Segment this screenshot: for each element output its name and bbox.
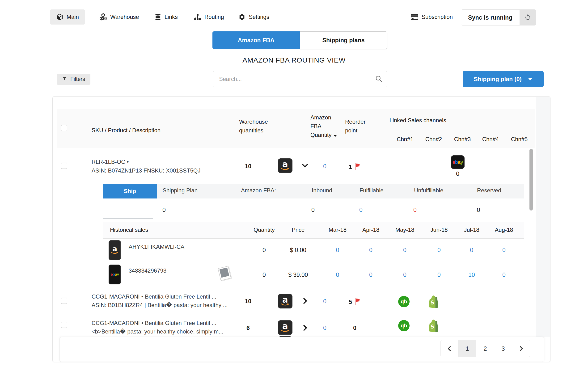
hist-month-value: 0 — [357, 247, 385, 253]
ship-button[interactable]: Ship — [103, 184, 157, 199]
detail-values-row: 0 0 0 0 0 — [57, 199, 535, 222]
row-description: ASIN: B01BH82ZR4 | Bentilia� pasta: your… — [92, 302, 227, 309]
hist-price: $ 0.00 — [284, 247, 312, 253]
col-header-chn2: Chn#2 — [420, 136, 448, 142]
shopify-icon: S — [428, 319, 439, 333]
detail-col-reserved: Reserved — [468, 187, 510, 194]
sitemap-icon — [194, 13, 201, 21]
row-checkbox[interactable] — [61, 298, 67, 304]
reorder-value: 5 — [341, 298, 369, 307]
sync-label: Sync is running — [461, 10, 520, 25]
product-photo-icon — [218, 266, 231, 281]
pagination-page-2[interactable]: 2 — [476, 340, 494, 357]
reorder-value: 1 — [341, 163, 369, 172]
col-header-linked-channels: Linked Sales channels — [389, 116, 446, 125]
card-icon — [411, 14, 418, 20]
row-checkbox[interactable] — [61, 322, 67, 328]
row-checkbox[interactable] — [61, 163, 67, 169]
hist-col-aug18: Aug-18 — [490, 226, 518, 233]
hist-month-value: 0 — [323, 271, 352, 278]
detail-col-fulfillable: Fulfillable — [350, 187, 393, 194]
historical-row-ebay: ebay 348834296793 0 $ 39.00 0 0 0 0 10 0 — [103, 262, 524, 287]
fba-qty: 0 — [311, 325, 339, 331]
detail-col-unfulfillable: Unfulfillable — [407, 187, 450, 194]
box-icon — [56, 13, 63, 21]
hist-col-apr18: Apr-18 — [357, 226, 385, 233]
select-all-checkbox[interactable] — [61, 125, 67, 131]
warehouse-qty: 10 — [234, 163, 262, 170]
warehouse-qty: 10 — [234, 298, 262, 305]
row-description: <b>Bentilia� pasta: your healthy choice,… — [92, 328, 223, 335]
hist-col-jun18: Jun-18 — [425, 226, 453, 233]
col-header-chn3: Chn#3 — [448, 136, 477, 142]
detail-col-amazon-fba: Amazon FBA: — [237, 187, 280, 194]
expand-row-button[interactable] — [300, 323, 310, 333]
row-description: ASIN: B074ZN1P13 FNSKU: X001SST5QJ — [92, 167, 201, 174]
inbound-value: 0 — [299, 207, 327, 213]
amazon-icon: a — [278, 158, 293, 173]
col-header-warehouse: Warehouse quantities — [239, 117, 268, 135]
ebay-icon: ebay — [451, 155, 464, 169]
hist-month-value: 10 — [457, 271, 486, 278]
nav-item-warehouse[interactable]: Warehouse — [99, 9, 139, 25]
ship-quantity-input[interactable] — [103, 211, 153, 219]
hist-col-may18: May-18 — [391, 226, 419, 233]
search-input[interactable] — [213, 76, 375, 82]
hist-col-price: Price — [284, 226, 312, 233]
nav-label-routing: Routing — [204, 14, 224, 20]
nav-item-subscription[interactable]: Subscription — [411, 9, 453, 25]
shipping-plan-label: Shipping plan (0) — [474, 76, 522, 83]
gear-icon — [238, 13, 245, 21]
page-title: AMAZON FBA ROUTING VIEW — [0, 56, 588, 64]
vertical-scrollbar[interactable] — [529, 149, 533, 210]
nav-item-main[interactable]: Main — [50, 9, 85, 25]
table-row: CCG1-MACARONI • Bentilia Gluten Free Len… — [57, 287, 535, 314]
database-icon — [155, 13, 161, 21]
search-box — [213, 71, 387, 87]
table-row: RLR-1LB-OC • ASIN: B074ZN1P13 FNSKU: X00… — [57, 148, 535, 184]
shipping-plan-button[interactable]: Shipping plan (0) — [463, 71, 544, 87]
shipping-plan-value: 0 — [150, 207, 178, 213]
amazon-icon: a — [278, 320, 293, 335]
tab-amazon-fba[interactable]: Amazon FBA — [212, 31, 300, 49]
app-root: Main Warehouse Links Routing Settings Su… — [0, 0, 588, 367]
historical-sales-header: Historical sales Quantity Price Mar-18 A… — [103, 222, 524, 239]
card-right-gutter — [536, 97, 550, 337]
amazon-icon: a — [109, 240, 121, 260]
detail-col-inbound: Inbound — [301, 187, 343, 194]
pagination-page-3[interactable]: 3 — [494, 340, 512, 357]
tab-amazon-fba-label: Amazon FBA — [238, 37, 275, 44]
nav-label-main: Main — [67, 14, 79, 20]
pagination-page-1[interactable]: 1 — [458, 340, 476, 357]
nav-label-warehouse: Warehouse — [110, 14, 139, 20]
row-sku: CCG1-MACARONI • Bentilia Gluten Free Len… — [92, 293, 217, 300]
col-header-chn4: Chn#4 — [476, 136, 505, 142]
amazon-icon: a — [278, 294, 293, 309]
tab-shipping-plans[interactable]: Shipping plans — [300, 31, 387, 49]
col-header-reorder: Reorder point — [345, 117, 366, 135]
unfulfillable-value: 0 — [401, 207, 429, 213]
quickbooks-icon: qb — [398, 320, 410, 331]
historical-sales-title: Historical sales — [110, 226, 148, 233]
collapse-row-button[interactable] — [300, 161, 310, 170]
svg-text:S: S — [430, 324, 434, 330]
nav-item-routing[interactable]: Routing — [194, 9, 224, 25]
warehouse-qty: 6 — [234, 325, 262, 331]
filters-button[interactable]: Filters — [57, 74, 90, 85]
fba-qty: 0 — [311, 298, 339, 305]
col-header-fba-qty[interactable]: Amazon FBA Quantity — [311, 113, 337, 139]
chevron-down-icon — [528, 78, 533, 81]
hist-col-mar18: Mar-18 — [323, 226, 352, 233]
pagination-prev-button[interactable] — [440, 340, 458, 357]
nav-item-settings[interactable]: Settings — [238, 9, 269, 25]
hist-month-value: 0 — [357, 271, 385, 278]
table-header: SKU / Product / Description Warehouse qu… — [57, 109, 535, 148]
search-icon[interactable] — [375, 75, 382, 83]
flag-icon — [354, 298, 361, 307]
hist-quantity: 0 — [250, 271, 278, 278]
nav-item-links[interactable]: Links — [155, 9, 178, 25]
sync-button[interactable]: Sync is running — [461, 9, 536, 25]
hist-month-value: 0 — [391, 271, 419, 278]
pagination-next-button[interactable] — [512, 340, 530, 357]
expand-row-button[interactable] — [300, 296, 310, 306]
